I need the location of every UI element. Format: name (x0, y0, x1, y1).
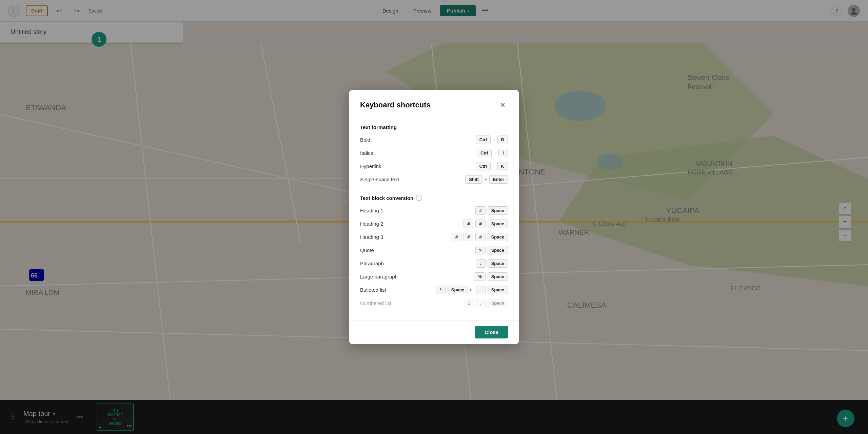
key-plus: + (493, 164, 495, 169)
key-space: Space (488, 206, 508, 215)
shortcut-bulleted-list-keys: * Space or - Space (436, 286, 508, 294)
key-space: Space (488, 272, 508, 281)
key-hash1: # (463, 220, 473, 228)
shortcut-numbered-list: Numbered list 1 . Space (360, 299, 508, 307)
shortcut-heading2: Heading 2 # # Space (360, 220, 508, 228)
shortcut-numbered-list-keys: 1 . Space (464, 299, 508, 307)
key-i: I (498, 149, 508, 157)
shortcut-hyperlink-label: Hyperlink (360, 163, 381, 169)
key-plus: + (494, 150, 496, 156)
text-block-section-row: Text block conversion i (360, 195, 508, 201)
shortcut-italics-keys: Ctrl + I (477, 149, 508, 157)
text-formatting-section-title: Text formatting (360, 124, 508, 130)
shortcut-heading1: Heading 1 # Space (360, 206, 508, 215)
key-shift: Shift (465, 175, 482, 184)
key-hash2: # (475, 220, 485, 228)
shortcut-large-paragraph: Large paragraph % Space (360, 272, 508, 281)
shortcut-quote-label: Quote (360, 247, 374, 253)
shortcut-heading1-label: Heading 1 (360, 208, 383, 213)
modal-close-button[interactable]: ✕ (497, 100, 508, 110)
modal-title: Keyboard shortcuts (360, 101, 431, 109)
shortcut-heading3-keys: # # # Space (452, 233, 508, 241)
key-space: Space (488, 220, 508, 228)
key-one: 1 (464, 299, 474, 307)
close-button[interactable]: Close (475, 326, 508, 338)
shortcut-hyperlink-keys: Ctrl + K (476, 162, 508, 170)
shortcut-numbered-list-label: Numbered list (360, 300, 392, 306)
modal-header: Keyboard shortcuts ✕ (349, 90, 519, 116)
key-dash: - (476, 286, 486, 294)
key-space1: Space (448, 286, 468, 294)
modal-footer: Close (349, 320, 519, 344)
modal-body: Text formatting Bold Ctrl + B Italics Ct… (349, 116, 519, 320)
key-plus: + (493, 137, 495, 142)
key-ctrl: Ctrl (476, 162, 491, 170)
section-divider (360, 189, 508, 189)
info-icon[interactable]: i (416, 195, 422, 201)
key-percent: % (474, 272, 486, 281)
shortcut-bulleted-list-label: Bulleted list (360, 287, 386, 293)
key-or: or (470, 287, 474, 292)
shortcut-italics: Italics Ctrl + I (360, 149, 508, 157)
key-hash: # (475, 206, 485, 215)
shortcut-single-space: Single-space text Shift + Enter (360, 175, 508, 184)
key-dot: . (476, 299, 486, 307)
shortcut-quote-keys: > Space (475, 246, 508, 254)
key-colon: : (476, 259, 486, 268)
shortcut-heading3: Heading 3 # # # Space (360, 233, 508, 241)
key-b: B (497, 136, 508, 144)
key-plus: + (485, 177, 487, 182)
shortcut-paragraph: Paragraph : Space (360, 259, 508, 268)
shortcut-bulleted-list: Bulleted list * Space or - Space (360, 286, 508, 294)
shortcut-paragraph-label: Paragraph (360, 261, 384, 266)
shortcut-large-paragraph-label: Large paragraph (360, 274, 398, 280)
keyboard-shortcuts-modal: Keyboard shortcuts ✕ Text formatting Bol… (349, 90, 519, 344)
shortcut-hyperlink: Hyperlink Ctrl + K (360, 162, 508, 170)
text-block-section-title: Text block conversion (360, 195, 413, 201)
shortcut-italics-label: Italics (360, 150, 373, 156)
shortcut-quote: Quote > Space (360, 246, 508, 254)
key-gt: > (475, 246, 486, 254)
shortcut-heading2-keys: # # Space (463, 220, 508, 228)
shortcut-large-paragraph-keys: % Space (474, 272, 508, 281)
key-k: K (497, 162, 508, 170)
key-space: Space (488, 299, 508, 307)
modal-overlay: Keyboard shortcuts ✕ Text formatting Bol… (0, 0, 868, 434)
key-asterisk: * (436, 286, 446, 294)
key-hash2: # (463, 233, 473, 241)
shortcut-bold-keys: Ctrl + B (476, 136, 508, 144)
shortcut-single-space-label: Single-space text (360, 177, 399, 182)
key-ctrl: Ctrl (477, 149, 492, 157)
shortcut-heading3-label: Heading 3 (360, 234, 383, 240)
key-space: Space (488, 233, 508, 241)
shortcut-bold: Bold Ctrl + B (360, 136, 508, 144)
shortcut-paragraph-keys: : Space (476, 259, 508, 268)
shortcut-single-space-keys: Shift + Enter (465, 175, 508, 184)
shortcut-heading1-keys: # Space (475, 206, 508, 215)
shortcut-bold-label: Bold (360, 137, 370, 143)
key-ctrl: Ctrl (476, 136, 491, 144)
key-hash3: # (475, 233, 485, 241)
key-space: Space (488, 246, 508, 254)
key-space: Space (488, 259, 508, 268)
key-enter: Enter (489, 175, 508, 184)
key-space2: Space (488, 286, 508, 294)
key-hash1: # (452, 233, 461, 241)
shortcut-heading2-label: Heading 2 (360, 221, 383, 227)
